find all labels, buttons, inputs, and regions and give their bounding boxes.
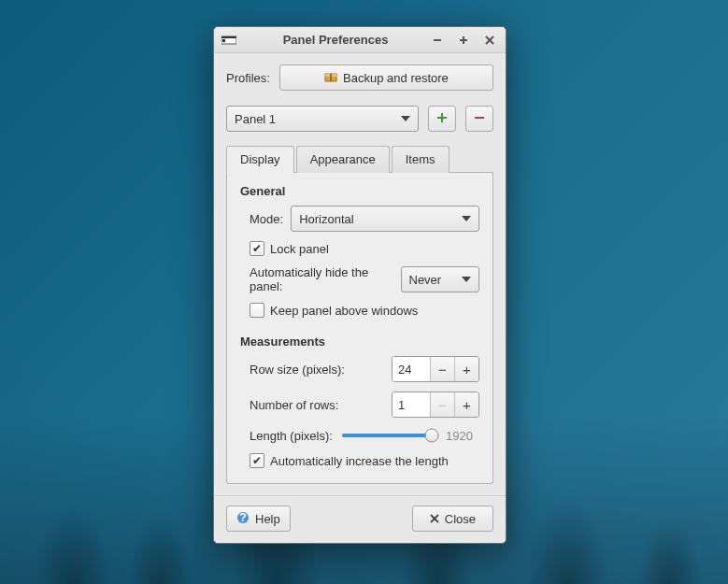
chevron-down-icon (462, 277, 471, 282)
auto-length-check[interactable]: Automatically increase the length (250, 453, 479, 468)
chevron-down-icon (462, 216, 471, 221)
mode-value: Horizontal (299, 212, 354, 226)
panel-select-value: Panel 1 (235, 112, 276, 126)
tab-appearance[interactable]: Appearance (296, 146, 390, 173)
autohide-select[interactable]: Never (401, 266, 480, 292)
close-icon (430, 512, 439, 526)
svg-marker-15 (462, 216, 471, 221)
rowsize-input[interactable] (393, 357, 430, 381)
svg-rect-13 (437, 117, 447, 119)
numrows-increment[interactable]: + (454, 392, 478, 417)
svg-rect-2 (222, 39, 225, 42)
autohide-value: Never (409, 273, 442, 287)
lock-panel-label: Lock panel (270, 242, 329, 256)
rowsize-decrement[interactable]: − (430, 357, 454, 381)
numrows-decrement: − (430, 392, 454, 417)
svg-rect-3 (434, 39, 441, 41)
rowsize-spin: − + (392, 356, 479, 382)
window-maximize-button[interactable] (453, 30, 474, 50)
minus-icon (474, 112, 485, 126)
numrows-input[interactable] (393, 392, 430, 417)
svg-text:?: ? (239, 511, 247, 524)
numrows-spin: − + (392, 392, 479, 418)
plus-icon (436, 112, 448, 126)
close-button[interactable]: Close (412, 506, 493, 532)
svg-rect-1 (221, 36, 236, 38)
lock-panel-check[interactable]: Lock panel (250, 241, 479, 256)
length-label: Length (pixels): (250, 429, 333, 443)
window-close-button[interactable] (479, 30, 500, 50)
length-slider[interactable] (342, 427, 436, 444)
panel-preferences-window: Panel Preferences Profiles: Backup and r… (213, 26, 507, 544)
svg-rect-5 (460, 39, 467, 41)
svg-rect-14 (475, 117, 484, 119)
titlebar[interactable]: Panel Preferences (214, 27, 506, 53)
mode-label: Mode: (250, 212, 283, 226)
profiles-label: Profiles: (226, 71, 270, 85)
backup-restore-button[interactable]: Backup and restore (279, 64, 493, 91)
close-label: Close (445, 512, 476, 526)
help-label: Help (255, 512, 280, 526)
svg-marker-16 (462, 277, 471, 282)
window-app-icon (220, 31, 238, 50)
rowsize-label: Row size (pixels): (250, 363, 345, 377)
section-measurements-title: Measurements (240, 335, 479, 349)
tab-display[interactable]: Display (226, 146, 294, 173)
mode-select[interactable]: Horizontal (291, 206, 479, 232)
tab-display-body: General Mode: Horizontal Lock panel Auto… (226, 173, 493, 484)
window-minimize-button[interactable] (427, 30, 448, 50)
tabs: Display Appearance Items (226, 145, 493, 173)
rowsize-increment[interactable]: + (454, 357, 478, 381)
chevron-down-icon (401, 116, 410, 121)
length-value: 1920 (446, 429, 479, 443)
window-title: Panel Preferences (244, 33, 427, 47)
checkbox-icon (250, 241, 264, 256)
section-general-title: General (240, 184, 479, 198)
svg-marker-11 (401, 116, 410, 121)
checkbox-icon (250, 453, 264, 468)
backup-restore-label: Backup and restore (343, 71, 449, 85)
svg-rect-10 (330, 74, 332, 81)
tab-items[interactable]: Items (392, 146, 450, 173)
help-icon: ? (236, 511, 250, 527)
help-button[interactable]: ? Help (226, 506, 291, 532)
add-panel-button[interactable] (428, 106, 456, 132)
numrows-label: Number of rows: (250, 398, 338, 412)
remove-panel-button[interactable] (465, 106, 493, 132)
panel-select[interactable]: Panel 1 (226, 106, 419, 132)
checkbox-icon (250, 303, 264, 318)
autohide-label: Automatically hide the panel: (250, 265, 393, 293)
keep-above-label: Keep panel above windows (270, 304, 418, 318)
keep-above-check[interactable]: Keep panel above windows (250, 303, 479, 318)
package-icon (324, 71, 337, 85)
auto-length-label: Automatically increase the length (270, 454, 449, 468)
